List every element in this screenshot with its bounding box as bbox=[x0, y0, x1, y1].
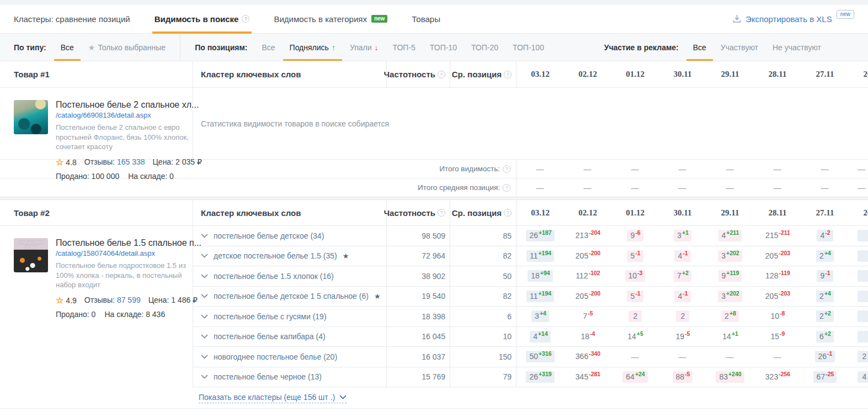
chevron-down-icon[interactable] bbox=[201, 274, 208, 278]
cluster-column-header: Кластер ключевых слов bbox=[201, 208, 301, 218]
chevron-down-icon[interactable] bbox=[201, 234, 208, 238]
help-icon[interactable]: ? bbox=[503, 184, 510, 192]
tab-products[interactable]: Товары bbox=[412, 4, 440, 33]
cluster-row[interactable]: постельное белье детское 1 5 спальное (6… bbox=[193, 287, 868, 307]
cluster-name: постельное белье детское (34) bbox=[214, 231, 324, 240]
position-delta: -281 bbox=[589, 371, 600, 377]
cluster-row[interactable]: постельное белье капибара (4) 16 045 10 … bbox=[193, 327, 868, 347]
filter-ads-all[interactable]: Все bbox=[693, 34, 706, 61]
help-icon[interactable]: ? bbox=[438, 209, 445, 217]
position-delta: +194 bbox=[538, 250, 551, 256]
position-delta: +202 bbox=[726, 291, 739, 296]
chevron-down-icon[interactable] bbox=[201, 314, 208, 319]
position-pill: 15-9 bbox=[768, 331, 788, 342]
filter-ads-not-participate[interactable]: Не участвуют bbox=[773, 34, 821, 61]
avg-position-value: 150 bbox=[499, 352, 512, 361]
filter-item-label: ТОП-5 bbox=[393, 43, 416, 52]
export-xls-button[interactable]: Экспортировать в XLS new bbox=[733, 14, 854, 24]
position-pill: 19-5 bbox=[673, 331, 693, 342]
cluster-row[interactable]: постельное белье детское (34) 98 509 85 … bbox=[193, 226, 868, 246]
filter-item-label: Упали bbox=[350, 43, 372, 52]
tab-clusters-compare[interactable]: Кластеры: сравнение позиций bbox=[14, 4, 130, 33]
favorite-star-icon[interactable]: ★ bbox=[343, 252, 349, 260]
chevron-down-icon[interactable] bbox=[201, 254, 208, 258]
filter-position-risen[interactable]: Поднялись ↑ bbox=[290, 34, 336, 61]
position-cell: 4-1 bbox=[659, 287, 706, 307]
help-icon[interactable]: ? bbox=[242, 15, 249, 23]
position-pill: 2+8 bbox=[721, 310, 739, 322]
position-cells: 3+47-5222+810-82+2 bbox=[516, 307, 868, 326]
chevron-down-icon[interactable] bbox=[201, 294, 208, 298]
product1-image[interactable] bbox=[14, 100, 48, 134]
chevron-down-icon[interactable] bbox=[201, 334, 208, 339]
help-icon[interactable]: ? bbox=[438, 71, 445, 78]
filter-position-top5[interactable]: ТОП-5 bbox=[393, 34, 416, 61]
chevron-down-icon[interactable] bbox=[201, 375, 208, 379]
position-pill: 366-340 bbox=[572, 351, 603, 362]
favorite-star-icon[interactable]: ★ bbox=[374, 292, 381, 301]
arrow-up-icon: ↑ bbox=[332, 43, 336, 52]
position-delta: -256 bbox=[779, 371, 790, 377]
position-delta: +24 bbox=[635, 371, 645, 377]
product2-link[interactable]: /catalog/158074064/detail.aspx bbox=[56, 249, 201, 257]
position-cell: 64+24 bbox=[611, 367, 659, 387]
product2-description: Постельное белье подростковое 1.5 из 100… bbox=[56, 261, 194, 290]
position-pill: 10-3 bbox=[625, 270, 646, 282]
filter-position-top10[interactable]: ТОП-10 bbox=[430, 34, 457, 61]
date-column-header: 30.11 bbox=[659, 200, 706, 225]
total-value-cell: — bbox=[564, 178, 611, 197]
tab-category-visibility[interactable]: Видимость в категориях new bbox=[274, 4, 387, 33]
total-value-cell: — bbox=[849, 178, 868, 197]
tab-search-visibility[interactable]: Видимость в поиске ? bbox=[155, 4, 250, 33]
position-pill: 5-1 bbox=[627, 250, 643, 262]
filter-position-all[interactable]: Все bbox=[262, 34, 275, 61]
filter-position-fallen[interactable]: Упали ↓ bbox=[350, 34, 379, 61]
reviews-count[interactable]: 87 599 bbox=[117, 296, 141, 304]
position-delta: +8 bbox=[729, 310, 736, 316]
filter-ads-participate[interactable]: Участвуют bbox=[721, 34, 758, 61]
arrow-down-icon: ↓ bbox=[375, 43, 379, 52]
filter-type-selected-only[interactable]: ★ Только выбранные bbox=[88, 34, 166, 61]
show-all-clusters-link[interactable]: Показать все кластеры (еще 156 шт .) bbox=[199, 393, 347, 403]
position-pill bbox=[858, 250, 868, 262]
cluster-name: постельное белье с гусями (19) bbox=[214, 312, 327, 321]
position-pill: 3+4 bbox=[531, 310, 549, 322]
rating: ☆4.9 bbox=[56, 295, 77, 305]
filter-group-ads: Участие в рекламе: Все Участвуют Не учас… bbox=[604, 34, 821, 61]
filter-type-all[interactable]: Все bbox=[61, 34, 74, 61]
cluster-row[interactable]: постельное белье с гусями (19) 18 398 6 … bbox=[193, 307, 868, 327]
position-pill: 4-2 bbox=[817, 230, 833, 241]
product2-section: новогоднее белье Постельное белье 1.5 сп… bbox=[0, 226, 868, 387]
chevron-down-icon[interactable] bbox=[201, 355, 208, 359]
position-cell: 5-1 bbox=[611, 287, 659, 307]
cluster-row[interactable]: новогоднее постельное белье (20) 16 037 … bbox=[193, 347, 868, 367]
total-value-cell: — bbox=[849, 160, 868, 178]
product2-title[interactable]: Постельное белье 1.5 спальное п... bbox=[56, 238, 201, 248]
product1-link[interactable]: /catalog/66908136/detail.aspx bbox=[56, 111, 202, 119]
position-cell: 9+119 bbox=[706, 266, 754, 286]
position-pill: 14+5 bbox=[624, 331, 646, 342]
product2-image[interactable]: новогоднее белье bbox=[14, 238, 48, 272]
cluster-row[interactable]: постельное белье 1.5 хлопок (16) 38 902 … bbox=[193, 266, 868, 287]
date-column-header: 27.11 bbox=[801, 61, 849, 87]
help-icon[interactable]: ? bbox=[504, 71, 512, 78]
position-delta: +94 bbox=[540, 270, 550, 276]
download-icon bbox=[733, 14, 741, 23]
position-cell: 323-256 bbox=[754, 367, 801, 387]
filter-group-type: По типу: Все ★ Только выбранные bbox=[14, 34, 166, 61]
position-cells: 11+194205-2005-14-13+202205-2032+4 bbox=[516, 287, 868, 307]
help-icon[interactable]: ? bbox=[504, 209, 512, 217]
position-delta: -3 bbox=[637, 270, 642, 276]
position-delta: -5 bbox=[685, 371, 690, 377]
position-cell: 215-211 bbox=[754, 226, 801, 246]
position-delta: -1 bbox=[825, 270, 830, 276]
cluster-row[interactable]: детское постельное белье 1.5 (35) ★ 72 9… bbox=[193, 246, 868, 267]
total-value-cell: — bbox=[564, 160, 611, 178]
filter-position-top100[interactable]: ТОП-100 bbox=[513, 34, 544, 61]
product1-title[interactable]: Постельное белье 2 спальное хл... bbox=[56, 100, 202, 110]
filter-position-top20[interactable]: ТОП-20 bbox=[471, 34, 498, 61]
cluster-row[interactable]: постельное белье черное (13) 15 769 79 2… bbox=[193, 367, 868, 388]
position-cell: 112-102 bbox=[564, 266, 611, 286]
help-icon[interactable]: ? bbox=[503, 165, 510, 173]
position-cell: 50+316 bbox=[516, 347, 564, 367]
